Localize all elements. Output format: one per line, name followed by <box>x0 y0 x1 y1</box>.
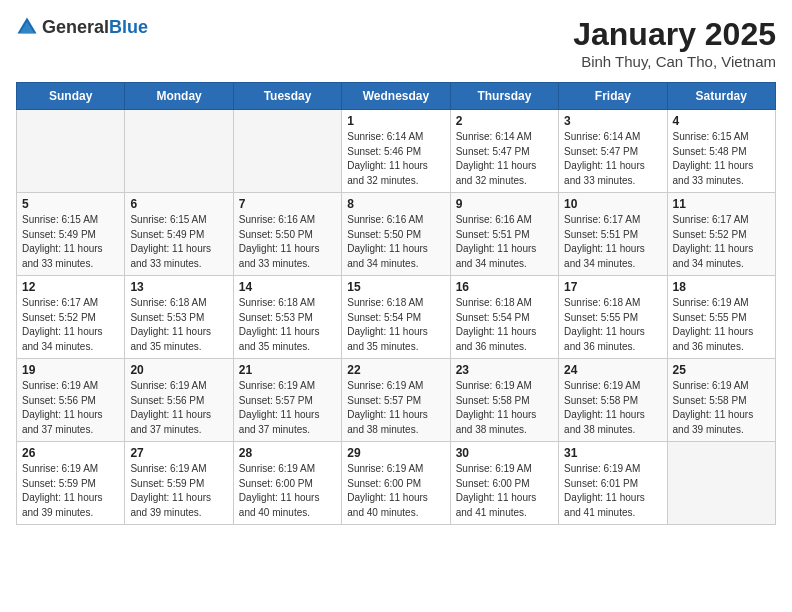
calendar-cell: 6Sunrise: 6:15 AMSunset: 5:49 PMDaylight… <box>125 193 233 276</box>
day-info: Sunrise: 6:19 AMSunset: 5:59 PMDaylight:… <box>130 462 227 520</box>
day-info: Sunrise: 6:19 AMSunset: 5:59 PMDaylight:… <box>22 462 119 520</box>
day-info: Sunrise: 6:17 AMSunset: 5:51 PMDaylight:… <box>564 213 661 271</box>
day-info: Sunrise: 6:19 AMSunset: 6:00 PMDaylight:… <box>347 462 444 520</box>
calendar-cell: 1Sunrise: 6:14 AMSunset: 5:46 PMDaylight… <box>342 110 450 193</box>
day-number: 7 <box>239 197 336 211</box>
day-info: Sunrise: 6:17 AMSunset: 5:52 PMDaylight:… <box>673 213 770 271</box>
day-info: Sunrise: 6:14 AMSunset: 5:47 PMDaylight:… <box>456 130 553 188</box>
day-info: Sunrise: 6:19 AMSunset: 5:56 PMDaylight:… <box>22 379 119 437</box>
week-row-1: 5Sunrise: 6:15 AMSunset: 5:49 PMDaylight… <box>17 193 776 276</box>
calendar-cell: 7Sunrise: 6:16 AMSunset: 5:50 PMDaylight… <box>233 193 341 276</box>
day-number: 1 <box>347 114 444 128</box>
day-info: Sunrise: 6:18 AMSunset: 5:54 PMDaylight:… <box>347 296 444 354</box>
day-number: 26 <box>22 446 119 460</box>
calendar-cell: 20Sunrise: 6:19 AMSunset: 5:56 PMDayligh… <box>125 359 233 442</box>
day-number: 2 <box>456 114 553 128</box>
logo-general: General <box>42 17 109 37</box>
day-info: Sunrise: 6:15 AMSunset: 5:49 PMDaylight:… <box>130 213 227 271</box>
day-info: Sunrise: 6:16 AMSunset: 5:51 PMDaylight:… <box>456 213 553 271</box>
calendar-cell <box>667 442 775 525</box>
calendar-cell: 24Sunrise: 6:19 AMSunset: 5:58 PMDayligh… <box>559 359 667 442</box>
day-info: Sunrise: 6:19 AMSunset: 5:58 PMDaylight:… <box>673 379 770 437</box>
day-number: 15 <box>347 280 444 294</box>
header-cell-wednesday: Wednesday <box>342 83 450 110</box>
day-number: 23 <box>456 363 553 377</box>
day-info: Sunrise: 6:18 AMSunset: 5:53 PMDaylight:… <box>239 296 336 354</box>
calendar-cell: 17Sunrise: 6:18 AMSunset: 5:55 PMDayligh… <box>559 276 667 359</box>
day-info: Sunrise: 6:19 AMSunset: 5:57 PMDaylight:… <box>347 379 444 437</box>
calendar-cell: 12Sunrise: 6:17 AMSunset: 5:52 PMDayligh… <box>17 276 125 359</box>
day-number: 6 <box>130 197 227 211</box>
day-info: Sunrise: 6:19 AMSunset: 5:58 PMDaylight:… <box>456 379 553 437</box>
calendar-cell: 22Sunrise: 6:19 AMSunset: 5:57 PMDayligh… <box>342 359 450 442</box>
day-info: Sunrise: 6:19 AMSunset: 5:58 PMDaylight:… <box>564 379 661 437</box>
day-number: 11 <box>673 197 770 211</box>
day-number: 20 <box>130 363 227 377</box>
day-info: Sunrise: 6:19 AMSunset: 6:00 PMDaylight:… <box>239 462 336 520</box>
calendar-cell: 26Sunrise: 6:19 AMSunset: 5:59 PMDayligh… <box>17 442 125 525</box>
logo-icon <box>16 16 38 38</box>
day-info: Sunrise: 6:14 AMSunset: 5:46 PMDaylight:… <box>347 130 444 188</box>
logo-blue: Blue <box>109 17 148 37</box>
calendar-cell: 30Sunrise: 6:19 AMSunset: 6:00 PMDayligh… <box>450 442 558 525</box>
header-row: SundayMondayTuesdayWednesdayThursdayFrid… <box>17 83 776 110</box>
day-info: Sunrise: 6:19 AMSunset: 5:55 PMDaylight:… <box>673 296 770 354</box>
header-cell-friday: Friday <box>559 83 667 110</box>
day-number: 12 <box>22 280 119 294</box>
day-number: 4 <box>673 114 770 128</box>
logo: GeneralBlue <box>16 16 148 38</box>
calendar-cell: 15Sunrise: 6:18 AMSunset: 5:54 PMDayligh… <box>342 276 450 359</box>
day-info: Sunrise: 6:19 AMSunset: 5:57 PMDaylight:… <box>239 379 336 437</box>
day-number: 16 <box>456 280 553 294</box>
page-header: GeneralBlue January 2025 Binh Thuy, Can … <box>16 16 776 70</box>
page-subtitle: Binh Thuy, Can Tho, Vietnam <box>573 53 776 70</box>
calendar-cell <box>125 110 233 193</box>
day-info: Sunrise: 6:16 AMSunset: 5:50 PMDaylight:… <box>347 213 444 271</box>
day-info: Sunrise: 6:18 AMSunset: 5:53 PMDaylight:… <box>130 296 227 354</box>
calendar-cell: 28Sunrise: 6:19 AMSunset: 6:00 PMDayligh… <box>233 442 341 525</box>
week-row-2: 12Sunrise: 6:17 AMSunset: 5:52 PMDayligh… <box>17 276 776 359</box>
calendar-cell: 27Sunrise: 6:19 AMSunset: 5:59 PMDayligh… <box>125 442 233 525</box>
calendar-cell: 25Sunrise: 6:19 AMSunset: 5:58 PMDayligh… <box>667 359 775 442</box>
day-number: 5 <box>22 197 119 211</box>
week-row-4: 26Sunrise: 6:19 AMSunset: 5:59 PMDayligh… <box>17 442 776 525</box>
week-row-3: 19Sunrise: 6:19 AMSunset: 5:56 PMDayligh… <box>17 359 776 442</box>
calendar-cell: 18Sunrise: 6:19 AMSunset: 5:55 PMDayligh… <box>667 276 775 359</box>
day-info: Sunrise: 6:19 AMSunset: 6:01 PMDaylight:… <box>564 462 661 520</box>
day-number: 8 <box>347 197 444 211</box>
header-cell-thursday: Thursday <box>450 83 558 110</box>
day-number: 29 <box>347 446 444 460</box>
calendar-cell: 10Sunrise: 6:17 AMSunset: 5:51 PMDayligh… <box>559 193 667 276</box>
day-number: 25 <box>673 363 770 377</box>
header-cell-monday: Monday <box>125 83 233 110</box>
calendar-cell: 3Sunrise: 6:14 AMSunset: 5:47 PMDaylight… <box>559 110 667 193</box>
day-number: 9 <box>456 197 553 211</box>
calendar-cell <box>233 110 341 193</box>
page-title: January 2025 <box>573 16 776 53</box>
calendar-cell: 14Sunrise: 6:18 AMSunset: 5:53 PMDayligh… <box>233 276 341 359</box>
calendar-cell: 11Sunrise: 6:17 AMSunset: 5:52 PMDayligh… <box>667 193 775 276</box>
calendar-table: SundayMondayTuesdayWednesdayThursdayFrid… <box>16 82 776 525</box>
day-info: Sunrise: 6:19 AMSunset: 6:00 PMDaylight:… <box>456 462 553 520</box>
day-info: Sunrise: 6:18 AMSunset: 5:54 PMDaylight:… <box>456 296 553 354</box>
day-number: 27 <box>130 446 227 460</box>
calendar-cell: 29Sunrise: 6:19 AMSunset: 6:00 PMDayligh… <box>342 442 450 525</box>
calendar-cell: 5Sunrise: 6:15 AMSunset: 5:49 PMDaylight… <box>17 193 125 276</box>
day-number: 24 <box>564 363 661 377</box>
header-cell-saturday: Saturday <box>667 83 775 110</box>
day-number: 21 <box>239 363 336 377</box>
calendar-cell: 19Sunrise: 6:19 AMSunset: 5:56 PMDayligh… <box>17 359 125 442</box>
calendar-cell: 16Sunrise: 6:18 AMSunset: 5:54 PMDayligh… <box>450 276 558 359</box>
calendar-cell: 31Sunrise: 6:19 AMSunset: 6:01 PMDayligh… <box>559 442 667 525</box>
calendar-cell: 4Sunrise: 6:15 AMSunset: 5:48 PMDaylight… <box>667 110 775 193</box>
day-number: 28 <box>239 446 336 460</box>
day-info: Sunrise: 6:15 AMSunset: 5:49 PMDaylight:… <box>22 213 119 271</box>
day-info: Sunrise: 6:19 AMSunset: 5:56 PMDaylight:… <box>130 379 227 437</box>
calendar-cell: 23Sunrise: 6:19 AMSunset: 5:58 PMDayligh… <box>450 359 558 442</box>
day-number: 10 <box>564 197 661 211</box>
day-info: Sunrise: 6:17 AMSunset: 5:52 PMDaylight:… <box>22 296 119 354</box>
day-number: 30 <box>456 446 553 460</box>
day-info: Sunrise: 6:18 AMSunset: 5:55 PMDaylight:… <box>564 296 661 354</box>
day-number: 3 <box>564 114 661 128</box>
day-info: Sunrise: 6:15 AMSunset: 5:48 PMDaylight:… <box>673 130 770 188</box>
